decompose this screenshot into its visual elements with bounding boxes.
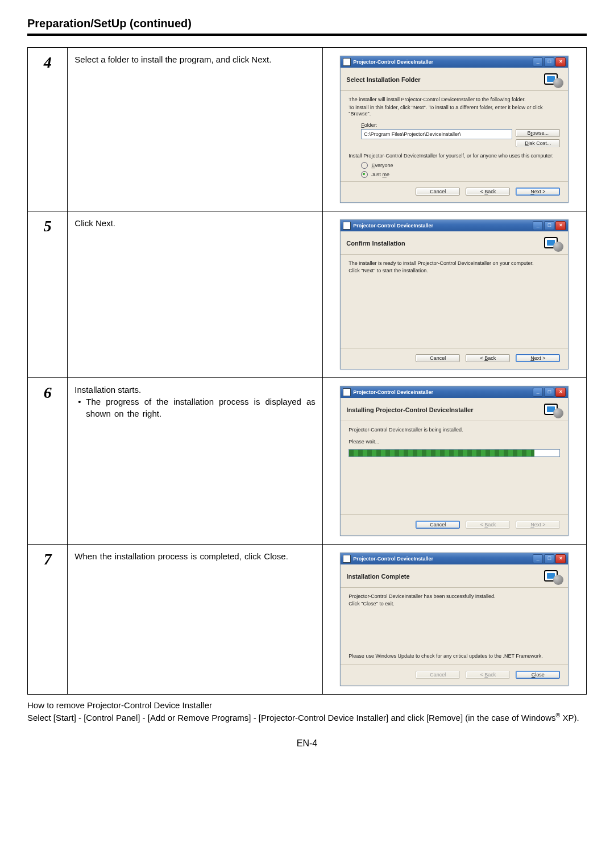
back-button[interactable]: < Back [466,188,510,196]
cancel-button[interactable]: Cancel [416,188,460,196]
divider [27,34,587,36]
minimize-button[interactable]: _ [533,221,543,230]
window-title: Projector-Control DeviceInstaller [353,387,433,398]
installer-window: Projector-Control DeviceInstaller _ □ × … [340,386,569,536]
remove-body: Select [Start] - [Control Panel] - [Add … [27,711,587,724]
step-bullet: The progress of the installation process… [74,396,315,420]
cancel-button: Cancel [416,671,460,679]
dialog-text: Click "Next" to start the installation. [349,268,560,275]
dialog-text: Install Projector-Control DeviceInstalle… [349,153,560,160]
page-number: EN-4 [27,738,587,749]
app-icon [343,58,351,66]
justme-radio[interactable] [361,171,368,178]
dialog-text: To install in this folder, click "Next".… [349,105,560,118]
wait-text: Please wait... [349,439,560,446]
close-button[interactable]: Close [516,671,560,679]
window-title: Projector-Control DeviceInstaller [353,220,433,231]
minimize-button[interactable]: _ [533,57,543,67]
cancel-button[interactable]: Cancel [416,354,460,362]
maximize-button[interactable]: □ [544,221,554,230]
dialog-text: Click "Close" to exit. [349,601,560,608]
step-number: 5 [28,211,68,377]
step-text: When the installation process is complet… [68,544,322,694]
installer-window: Projector-Control DeviceInstaller _ □ × … [340,56,569,203]
back-button: < Back [466,521,510,529]
dialog-text: Projector-Control DeviceInstaller has be… [349,593,560,600]
step-text-line: Installation starts. [74,384,315,396]
step-text: Installation starts. The progress of the… [68,377,322,544]
dialog-heading: Confirm Installation [346,240,405,247]
maximize-button[interactable]: □ [544,388,554,397]
next-button[interactable]: Next > [516,188,560,196]
step-number: 6 [28,377,68,544]
close-window-button[interactable]: × [555,57,566,67]
disk-cost-button[interactable]: Disk Cost... [516,139,560,147]
dialog-heading: Installing Projector-Control DeviceInsta… [346,406,473,413]
projector-logo-icon [543,402,562,417]
steps-table: 4 Select a folder to install the program… [27,47,587,695]
step-text: Select a folder to install the program, … [68,48,322,211]
section-title: Preparation/SetUp (continued) [27,17,587,30]
cancel-button[interactable]: Cancel [416,521,460,529]
app-icon [343,555,351,563]
projector-logo-icon [543,72,562,87]
close-window-button[interactable]: × [555,388,566,397]
back-button: < Back [466,671,510,679]
close-window-button[interactable]: × [555,221,566,230]
next-button[interactable]: Next > [516,354,560,362]
next-button: Next > [516,521,560,529]
maximize-button[interactable]: □ [544,554,554,563]
app-icon [343,222,351,230]
step-number: 4 [28,48,68,211]
maximize-button[interactable]: □ [544,57,554,67]
projector-logo-icon [543,569,562,584]
window-title: Projector-Control DeviceInstaller [353,553,433,564]
projector-logo-icon [543,236,562,251]
close-window-button[interactable]: × [555,554,566,563]
everyone-radio[interactable] [361,162,368,169]
window-title: Projector-Control DeviceInstaller [353,56,433,68]
minimize-button[interactable]: _ [533,554,543,563]
installer-window: Projector-Control DeviceInstaller _ □ × … [340,219,569,369]
step-number: 7 [28,544,68,694]
minimize-button[interactable]: _ [533,388,543,397]
app-icon [343,388,351,396]
dialog-heading: Installation Complete [346,573,409,580]
dialog-text: Projector-Control DeviceInstaller is bei… [349,427,560,434]
dialog-text: The installer is ready to install Projec… [349,260,560,267]
remove-heading: How to remove Projector-Control Device I… [27,699,587,711]
installer-window: Projector-Control DeviceInstaller _ □ × … [340,553,569,686]
dialog-text: Please use Windows Update to check for a… [349,653,560,660]
step-text: Click Next. [68,211,322,377]
justme-label: Just me [371,172,389,177]
everyone-label: Everyone [371,163,393,168]
dialog-text: The installer will install Projector-Con… [349,97,560,103]
browse-button[interactable]: Browse... [516,129,560,137]
folder-label: Folder: [361,122,560,128]
progress-bar [349,449,560,457]
folder-input[interactable]: C:\Program Files\Projector\DeviceInstall… [361,129,512,139]
back-button[interactable]: < Back [466,354,510,362]
dialog-heading: Select Installation Folder [346,76,420,83]
